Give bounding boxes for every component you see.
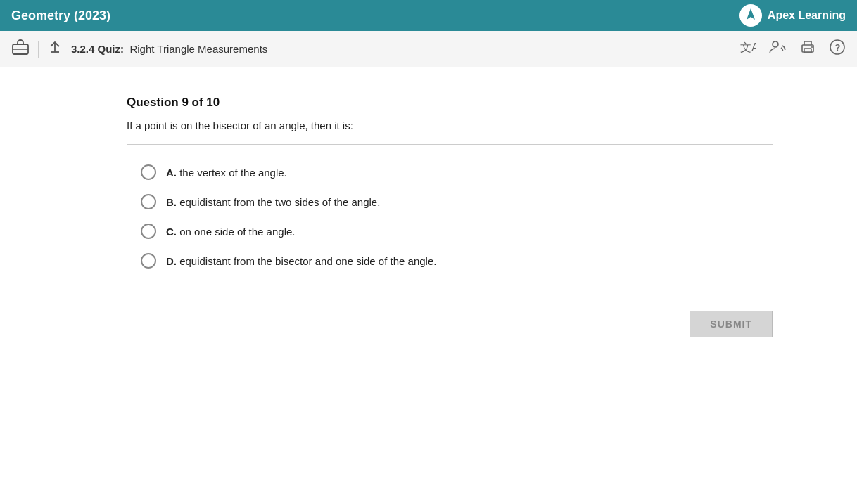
question-header: Question 9 of 10 xyxy=(127,96,773,110)
option-d-label: D. equidistant from the bisector and one… xyxy=(166,255,436,267)
submit-button[interactable]: SUBMIT xyxy=(690,311,773,337)
help-icon[interactable]: ? xyxy=(829,39,846,59)
radio-b[interactable] xyxy=(141,194,156,209)
nav-divider xyxy=(38,41,39,58)
question-divider xyxy=(127,144,773,145)
option-c[interactable]: C. on one side of the angle. xyxy=(141,224,773,239)
option-a-label: A. the vertex of the angle. xyxy=(166,167,287,179)
up-arrow-icon[interactable] xyxy=(47,39,63,58)
option-b-label: B. equidistant from the two sides of the… xyxy=(166,196,380,208)
apex-logo-svg xyxy=(741,6,761,25)
radio-a[interactable] xyxy=(141,164,156,180)
radio-d[interactable] xyxy=(141,253,156,269)
briefcase-icon[interactable] xyxy=(11,38,30,60)
quiz-subtitle: Right Triangle Measurements xyxy=(129,43,267,55)
option-c-label: C. on one side of the angle. xyxy=(166,226,295,238)
option-a[interactable]: A. the vertex of the angle. xyxy=(141,164,773,180)
apex-logo-icon xyxy=(739,4,762,27)
nav-right: 文A ? xyxy=(739,38,846,60)
nav-left: 3.2.4 Quiz: Right Triangle Measurements xyxy=(11,38,267,60)
quiz-label: 3.2.4 Quiz: xyxy=(71,43,124,55)
answer-options: A. the vertex of the angle. B. equidista… xyxy=(141,164,773,269)
svg-point-6 xyxy=(773,41,778,47)
svg-text:文A: 文A xyxy=(740,41,756,53)
question-text: If a point is on the bisector of an angl… xyxy=(127,119,773,131)
translate-icon[interactable]: 文A xyxy=(739,39,756,59)
radio-c[interactable] xyxy=(141,224,156,239)
main-content: Question 9 of 10 If a point is on the bi… xyxy=(0,67,857,366)
option-d[interactable]: D. equidistant from the bisector and one… xyxy=(141,253,773,269)
apex-logo-text: Apex Learning xyxy=(768,9,846,22)
svg-point-9 xyxy=(811,46,813,48)
submit-area: SUBMIT xyxy=(127,311,773,337)
user-speaker-icon[interactable] xyxy=(768,38,787,60)
svg-text:?: ? xyxy=(835,42,841,53)
nav-title: 3.2.4 Quiz: Right Triangle Measurements xyxy=(71,43,267,55)
page-title: Geometry (2023) xyxy=(11,8,110,23)
apex-logo: Apex Learning xyxy=(739,4,846,27)
print-icon[interactable] xyxy=(799,39,816,59)
top-header: Geometry (2023) Apex Learning xyxy=(0,0,857,31)
option-b[interactable]: B. equidistant from the two sides of the… xyxy=(141,194,773,209)
nav-bar: 3.2.4 Quiz: Right Triangle Measurements … xyxy=(0,31,857,67)
